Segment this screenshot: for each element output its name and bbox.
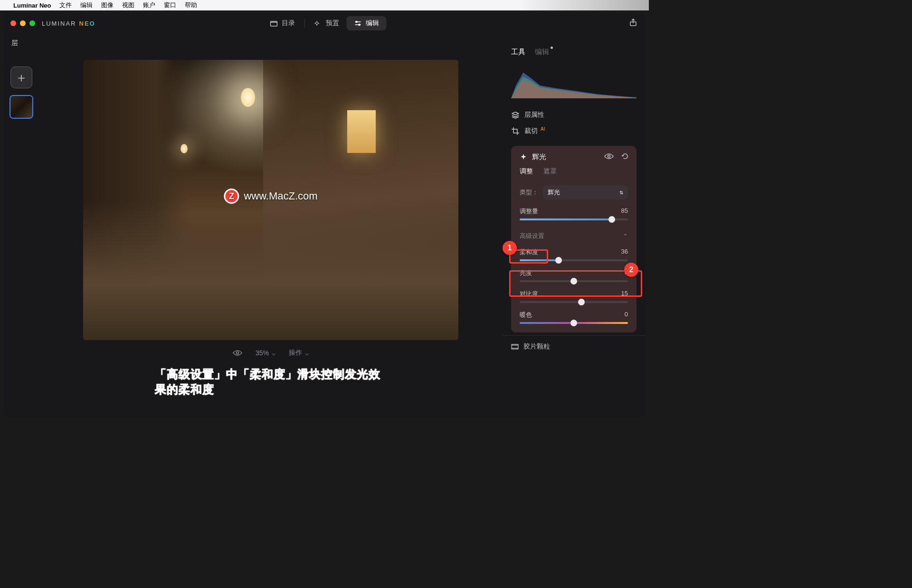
svg-point-4 <box>236 352 238 354</box>
zoom-value: 35% <box>256 349 269 357</box>
glow-title: 辉光 <box>532 152 546 161</box>
contrast-slider-block: 对比度 15 <box>520 290 628 303</box>
visibility-button[interactable] <box>604 153 614 161</box>
app-window: LUMINAR NEO 目录 预置 编辑 层 <box>4 13 645 417</box>
chevron-down-icon: ⌵ <box>272 349 276 357</box>
eye-icon <box>604 153 614 160</box>
rp-tab-tools[interactable]: 工具 <box>511 47 525 57</box>
right-panel-tabs: 工具 编辑 <box>511 47 636 57</box>
tab-catalog-label: 目录 <box>282 19 295 28</box>
window-glow-decor <box>347 110 376 153</box>
ai-badge: AI <box>541 126 545 132</box>
layer-thumbnail[interactable] <box>10 95 33 119</box>
tab-catalog[interactable]: 目录 <box>263 16 303 30</box>
menubar-item-window[interactable]: 窗口 <box>164 1 176 9</box>
glow-header[interactable]: 辉光 <box>520 152 628 161</box>
eye-icon <box>233 350 242 356</box>
tab-edit-label: 编辑 <box>366 19 379 28</box>
plus-icon: ＋ <box>15 69 28 86</box>
layer-thumbnail-image <box>10 96 32 118</box>
brand-luminar-text: LUMINAR <box>42 20 76 27</box>
warmth-slider-thumb[interactable] <box>570 320 577 326</box>
type-row: 类型： 辉光 ⇅ <box>520 185 628 199</box>
share-button[interactable] <box>629 18 637 28</box>
layer-properties-label: 层属性 <box>524 111 544 119</box>
minimize-window-button[interactable] <box>20 20 26 26</box>
visibility-toggle[interactable] <box>233 350 242 356</box>
titlebar: LUMINAR NEO 目录 预置 编辑 <box>4 13 645 33</box>
mac-menubar: Luminar Neo 文件 编辑 图像 视图 账户 窗口 帮助 <box>0 0 649 10</box>
brightness-slider-block: 亮度 0 <box>520 269 628 282</box>
right-panel: 工具 编辑 层属性 <box>503 33 645 417</box>
type-label: 类型： <box>520 188 538 197</box>
actions-label: 操作 <box>289 349 302 357</box>
subtab-adjust[interactable]: 调整 <box>520 167 533 176</box>
advanced-settings-label: 高级设置 <box>520 232 544 240</box>
annotation-badge-2: 2 <box>624 263 638 277</box>
close-window-button[interactable] <box>10 20 16 26</box>
tab-separator <box>304 19 305 28</box>
film-grain-label: 胶片颗粒 <box>523 342 550 351</box>
traffic-lights <box>10 20 35 26</box>
tab-presets[interactable]: 预置 <box>307 16 347 30</box>
amount-value: 85 <box>621 207 628 216</box>
menubar-item-file[interactable]: 文件 <box>59 1 72 9</box>
contrast-value: 15 <box>621 290 628 298</box>
layer-properties-row[interactable]: 层属性 <box>511 107 636 123</box>
softness-slider-thumb[interactable] <box>555 257 562 264</box>
main-area: 层 ＋ Z www.MacZ.com 「高级设置」中「柔和度」滑块控制发光效果的… <box>4 33 645 417</box>
updown-icon: ⇅ <box>619 190 623 195</box>
folder-icon <box>270 20 278 27</box>
annotation-badge-1: 1 <box>503 241 517 255</box>
amount-slider-thumb[interactable] <box>608 216 615 223</box>
rp-tab-edit[interactable]: 编辑 <box>535 47 549 57</box>
canvas-image[interactable]: Z www.MacZ.com <box>83 60 458 340</box>
fullscreen-window-button[interactable] <box>29 20 35 26</box>
brightness-slider[interactable] <box>520 280 628 282</box>
menubar-item-help[interactable]: 帮助 <box>185 1 197 9</box>
type-select[interactable]: 辉光 ⇅ <box>543 185 628 199</box>
amount-slider-block: 调整量 85 <box>520 207 628 220</box>
advanced-settings-row[interactable]: 高级设置 ⌃ <box>520 232 628 240</box>
amount-slider[interactable] <box>520 218 628 220</box>
contrast-slider[interactable] <box>520 301 628 303</box>
edit-indicator-dot <box>551 47 553 49</box>
add-layer-button[interactable]: ＋ <box>10 66 32 88</box>
softness-value: 36 <box>621 248 628 256</box>
annotation-caption: 「高级设置」中「柔和度」滑块控制发光效果的柔和度 <box>155 367 387 397</box>
canvas-area: Z www.MacZ.com 「高级设置」中「柔和度」滑块控制发光效果的柔和度 … <box>39 33 503 417</box>
menubar-item-view[interactable]: 视图 <box>122 1 134 9</box>
menubar-item-account[interactable]: 账户 <box>143 1 155 9</box>
layers-title: 层 <box>11 39 18 47</box>
tab-edit[interactable]: 编辑 <box>347 16 387 30</box>
crop-label: 裁切 <box>524 127 538 135</box>
svg-point-1 <box>356 21 357 23</box>
floor-decor <box>83 200 458 340</box>
reset-button[interactable] <box>620 152 628 161</box>
contrast-slider-thumb[interactable] <box>578 299 585 305</box>
zoom-dropdown[interactable]: 35% ⌵ <box>256 349 276 357</box>
film-grain-row[interactable]: 胶片颗粒 <box>503 335 645 358</box>
amount-slider-fill <box>520 218 612 220</box>
menubar-item-image[interactable]: 图像 <box>101 1 114 9</box>
subtab-mask[interactable]: 遮罩 <box>543 167 557 176</box>
menubar-app-name[interactable]: Luminar Neo <box>13 2 51 9</box>
lamp-glow2-decor <box>180 144 188 153</box>
brightness-slider-thumb[interactable] <box>570 278 577 285</box>
warmth-value: 0 <box>625 311 628 319</box>
watermark-badge: Z <box>224 189 239 204</box>
amount-label: 调整量 <box>520 207 538 216</box>
brand-logo: LUMINAR NEO <box>42 20 95 27</box>
canvas-footer: 35% ⌵ 操作 ⌵ <box>233 349 309 357</box>
menubar-item-edit[interactable]: 编辑 <box>80 1 93 9</box>
svg-point-2 <box>359 24 360 26</box>
watermark-text: www.MacZ.com <box>244 190 317 202</box>
crop-row[interactable]: 裁切 AI <box>511 123 636 139</box>
softness-slider[interactable] <box>520 259 628 261</box>
top-tabs: 目录 预置 编辑 <box>263 16 387 30</box>
histogram[interactable] <box>511 62 636 98</box>
glow-tool-card: 辉光 调整 遮罩 类型： 辉光 <box>511 146 636 332</box>
warmth-slider[interactable] <box>520 322 628 324</box>
layers-panel: 层 ＋ <box>4 33 39 417</box>
actions-dropdown[interactable]: 操作 ⌵ <box>289 349 309 357</box>
